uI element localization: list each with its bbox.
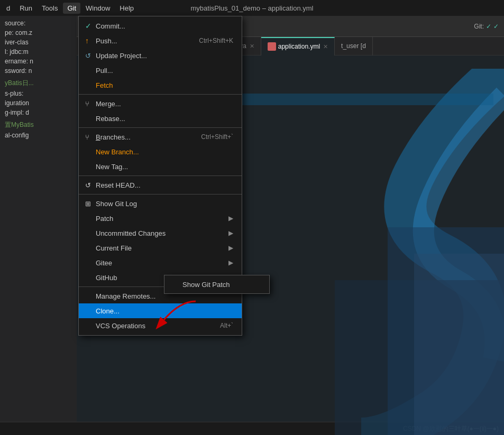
menu-item-fetch-label: Fetch (96, 81, 233, 89)
menu-item-newtag[interactable]: New Tag... (79, 159, 242, 174)
menu-item-update-label: Update Project... (96, 52, 233, 60)
menu-item-uncommitted-label: Uncommitted Changes (96, 229, 228, 237)
menubar-title: mybatisPlus_01_demo – application.yml (191, 4, 314, 12)
menubar-item-tools[interactable]: Tools (38, 3, 62, 14)
menu-item-currentfile[interactable]: Current File ▶ (79, 240, 242, 255)
menu-divider-3 (79, 175, 242, 176)
patch-submenu: Show Git Patch (164, 275, 270, 294)
merge-icon: ⑂ (85, 100, 96, 108)
menu-item-rebase-label: Rebase... (96, 115, 233, 123)
menu-item-pull-label: Pull... (96, 67, 233, 75)
push-shortcut: Ctrl+Shift+K (199, 37, 233, 44)
menu-item-push[interactable]: ↑ Push... Ctrl+Shift+K (79, 33, 242, 48)
menu-item-branches-label: Branches... (96, 133, 201, 141)
menu-item-patch-label: Patch (96, 215, 228, 223)
menu-divider-4 (79, 194, 242, 195)
menu-item-update[interactable]: ↺ Update Project... (79, 48, 242, 63)
showgitlog-icon: ⊞ (85, 200, 96, 208)
vcsops-shortcut: Alt+` (220, 322, 233, 329)
menu-item-resethead[interactable]: ↺ Reset HEAD... (79, 178, 242, 192)
menu-item-pull[interactable]: Pull... (79, 63, 242, 78)
menu-item-newbranch-label: New Branch... (96, 148, 233, 156)
menu-item-commit[interactable]: ✓ Commit... (79, 18, 242, 33)
menu-item-merge[interactable]: ⑂ Merge... (79, 96, 242, 111)
commit-check-icon: ✓ (85, 22, 96, 30)
push-arrow-icon: ↑ (85, 36, 96, 45)
menu-item-uncommitted[interactable]: Uncommitted Changes ▶ (79, 226, 242, 240)
branch-icon: ⑂ (85, 133, 96, 141)
menu-item-resethead-label: Reset HEAD... (96, 181, 233, 189)
menu-item-showgitlog-label: Show Git Log (96, 200, 233, 208)
currentfile-submenu-arrow: ▶ (228, 244, 233, 252)
menu-item-branches[interactable]: ⑂ Branches... Ctrl+Shift+` (79, 129, 242, 144)
menu-divider-2 (79, 127, 242, 128)
menu-item-push-label: Push... (96, 37, 199, 45)
menu-item-fetch[interactable]: Fetch (79, 78, 242, 92)
menu-item-commit-label: Commit... (96, 22, 233, 30)
gitee-submenu-arrow: ▶ (228, 259, 233, 266)
dropdown-overlay: ✓ Commit... ↑ Push... Ctrl+Shift+K ↺ Upd… (0, 16, 504, 435)
menu-item-currentfile-label: Current File (96, 244, 228, 252)
menubar-item-help[interactable]: Help (115, 3, 138, 14)
branches-shortcut: Ctrl+Shift+` (201, 133, 233, 141)
menu-item-showgitlog[interactable]: ⊞ Show Git Log (79, 196, 242, 211)
menu-item-clone[interactable]: Clone... (79, 303, 242, 318)
menubar-item-git[interactable]: Git (63, 3, 80, 14)
resethead-icon: ↺ (85, 181, 96, 189)
menu-divider-1 (79, 94, 242, 95)
menu-item-gitee[interactable]: Gitee ▶ (79, 255, 242, 270)
patch-submenu-arrow: ▶ (228, 215, 233, 222)
update-icon: ↺ (85, 52, 96, 60)
menu-item-gitee-label: Gitee (96, 259, 228, 267)
menu-item-clone-label: Clone... (96, 307, 233, 315)
menu-item-vcsops[interactable]: VCS Operations Alt+` (79, 318, 242, 333)
menu-item-rebase[interactable]: Rebase... (79, 111, 242, 126)
uncommitted-submenu-arrow: ▶ (228, 229, 233, 237)
menubar-item-file[interactable]: d (2, 3, 14, 14)
menu-item-vcsops-label: VCS Operations (96, 322, 220, 330)
menu-item-merge-label: Merge... (96, 100, 233, 108)
menu-item-newtag-label: New Tag... (96, 163, 233, 171)
menu-item-newbranch[interactable]: New Branch... (79, 144, 242, 159)
menubar-item-run[interactable]: Run (15, 3, 36, 14)
menu-item-patch[interactable]: Patch ▶ (79, 211, 242, 226)
submenu-item-showgitpatch-label: Show Git Patch (182, 281, 262, 289)
menubar: d Run Tools Git Window Help mybatisPlus_… (0, 0, 504, 16)
menubar-item-window[interactable]: Window (81, 3, 114, 14)
submenu-item-showgitpatch[interactable]: Show Git Patch (164, 277, 269, 291)
